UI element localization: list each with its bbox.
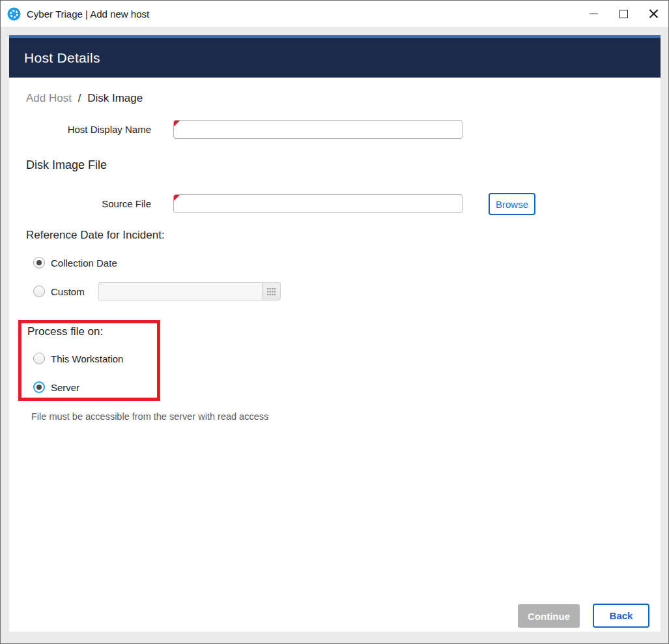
back-button[interactable]: Back: [593, 604, 649, 628]
window-controls: [578, 1, 668, 27]
host-display-name-field: [173, 120, 463, 139]
source-file-field: [173, 194, 463, 213]
radio-row-collection-date: Collection Date: [33, 257, 117, 269]
page-title: Host Details: [24, 50, 100, 66]
close-button[interactable]: [638, 1, 668, 27]
radio-row-server: Server: [33, 381, 79, 393]
minimize-button[interactable]: [578, 1, 608, 27]
custom-date-radio[interactable]: [33, 285, 45, 297]
disk-image-file-heading: Disk Image File: [26, 158, 107, 172]
breadcrumb: Add Host / Disk Image: [26, 92, 143, 105]
window-title: Cyber Triage | Add new host: [27, 8, 149, 20]
breadcrumb-separator: /: [78, 92, 81, 104]
radio-row-this-workstation: This Workstation: [33, 353, 123, 364]
maximize-button[interactable]: [608, 1, 638, 27]
main-panel: Host Details Add Host / Disk Image Host …: [9, 35, 661, 632]
calendar-icon: [267, 288, 276, 295]
browse-button[interactable]: Browse: [489, 193, 535, 215]
app-window: Cyber Triage | Add new host Host Details…: [0, 0, 669, 644]
custom-date-combo: [98, 282, 281, 300]
minimize-icon: [590, 13, 598, 14]
form-content: Add Host / Disk Image Host Display Name …: [9, 78, 661, 632]
host-display-name-input[interactable]: [173, 120, 463, 139]
header-band: Host Details: [9, 38, 661, 78]
collection-date-radio[interactable]: [33, 257, 45, 269]
breadcrumb-disk-image: Disk Image: [87, 92, 143, 104]
custom-date-input[interactable]: [98, 282, 262, 300]
server-access-note: File must be accessible from the server …: [31, 411, 268, 422]
radio-row-custom: Custom: [33, 282, 281, 300]
maximize-icon: [619, 10, 628, 18]
calendar-button[interactable]: [262, 282, 281, 300]
reference-date-heading: Reference Date for Incident:: [26, 229, 165, 242]
breadcrumb-add-host: Add Host: [26, 92, 72, 104]
this-workstation-label: This Workstation: [51, 353, 123, 364]
process-file-on-heading: Process file on:: [27, 325, 103, 338]
custom-date-label: Custom: [51, 286, 85, 297]
server-radio[interactable]: [33, 381, 45, 393]
host-display-name-label: Host Display Name: [9, 124, 162, 135]
close-icon: [649, 9, 659, 19]
collection-date-label: Collection Date: [51, 257, 117, 269]
titlebar: Cyber Triage | Add new host: [1, 1, 668, 27]
source-file-label: Source File: [9, 198, 162, 209]
host-display-name-row: Host Display Name: [9, 120, 463, 139]
cyber-triage-app-icon: [7, 7, 21, 21]
continue-button[interactable]: Continue: [518, 604, 580, 628]
server-label: Server: [51, 382, 79, 393]
source-file-row: Source File: [9, 194, 463, 213]
this-workstation-radio[interactable]: [33, 353, 45, 364]
source-file-input[interactable]: [173, 194, 463, 213]
